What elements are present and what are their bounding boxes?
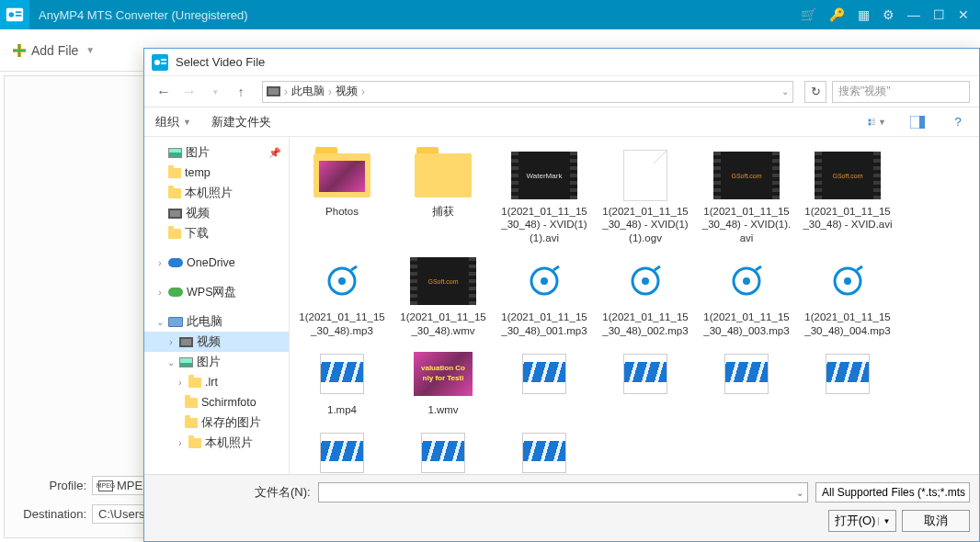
folder-tree: 图片📌 temp 本机照片 视频 下载 ›OneDrive ›WPS网盘 ⌄此电… (144, 137, 290, 474)
titlebar-buttons: 🛒 🔑 ▦ ⚙ — ☐ ✕ (790, 7, 980, 22)
file-name: 1(2021_01_11_15_30_48) - XVID(1)(1).avi (497, 205, 591, 244)
file-thumb: WaterMark (509, 150, 579, 201)
dialog-nav: ← → ▾ ↑ › 此电脑 › 视频 › ⌄ ↻ 搜索"视频" (144, 76, 979, 107)
file-item[interactable]: 1(2021_01_11_15_30_48)_003.mp3 (698, 252, 795, 341)
dialog-bottom: 文件名(N): ⌄ All Supported Files (*.ts;*.mt… (144, 474, 979, 541)
svg-point-23 (541, 277, 548, 285)
file-name: 1(2021_01_11_15_30_48) - XVID(1).avi (700, 205, 793, 244)
file-item[interactable]: GSoft.com1(2021_01_11_15_30_48) - XVID.a… (799, 146, 896, 248)
tree-temp[interactable]: temp (144, 163, 289, 183)
tree-downloads[interactable]: 下载 (144, 223, 289, 243)
file-item[interactable]: 1.mp4 (293, 344, 391, 420)
tree-wps[interactable]: ›WPS网盘 (144, 282, 289, 302)
crumb-pc[interactable]: 此电脑 (291, 84, 325, 99)
cancel-button[interactable]: 取消 (902, 510, 970, 532)
tree-videos[interactable]: 视频 (144, 203, 289, 223)
file-item[interactable] (293, 423, 391, 474)
file-item[interactable] (394, 423, 492, 474)
file-thumb (610, 150, 680, 201)
file-item[interactable]: Photos (293, 146, 391, 248)
nav-recent[interactable]: ▾ (205, 82, 225, 102)
filename-label: 文件名(N): (154, 484, 311, 501)
file-item[interactable] (496, 344, 593, 420)
file-item[interactable] (799, 344, 896, 420)
tree-saved-pics[interactable]: 保存的图片 (144, 412, 289, 433)
new-folder-button[interactable]: 新建文件夹 (211, 114, 271, 130)
file-item[interactable]: 1(2021_01_11_15_30_48)_004.mp3 (799, 252, 896, 341)
organize-button[interactable]: 组织▼ (155, 114, 191, 130)
refresh-button[interactable]: ↻ (804, 81, 826, 103)
tree-local-photos2[interactable]: ›本机照片 (144, 433, 289, 453)
file-item[interactable]: 1(2021_01_11_15_30_48)_001.mp3 (496, 252, 593, 341)
file-item[interactable]: 1(2021_01_11_15_30_48).mp3 (293, 252, 391, 341)
file-item[interactable]: 捕获 (394, 146, 492, 248)
add-file-button[interactable]: Add File ▼ (13, 43, 95, 58)
path-icon (267, 86, 280, 96)
tree-videos-selected[interactable]: ›视频 (144, 332, 289, 352)
file-name: 1(2021_01_11_15_30_48).mp3 (295, 311, 389, 337)
grid-icon[interactable]: ▦ (858, 7, 870, 22)
file-item[interactable] (496, 423, 593, 474)
tree-pictures2[interactable]: ⌄图片 (144, 352, 289, 372)
tree-lrt[interactable]: ›.lrt (144, 372, 289, 392)
file-thumb: GSoft.com (408, 255, 478, 307)
breadcrumb[interactable]: › 此电脑 › 视频 › ⌄ (262, 81, 793, 103)
file-item[interactable]: GSoft.com1(2021_01_11_15_30_48).wmv (394, 252, 492, 341)
svg-rect-7 (13, 50, 26, 51)
tree-pictures[interactable]: 图片📌 (144, 142, 289, 163)
file-thumb (408, 150, 478, 201)
search-input[interactable]: 搜索"视频" (832, 81, 970, 103)
view-mode-button[interactable]: ▼ (867, 113, 887, 131)
file-name: 1.mp4 (325, 403, 359, 416)
file-item[interactable]: GSoft.com1(2021_01_11_15_30_48) - XVID(1… (698, 146, 795, 248)
svg-rect-17 (872, 124, 875, 125)
file-item[interactable]: 1(2021_01_11_15_30_48)_002.mp3 (597, 252, 694, 341)
file-item[interactable]: WaterMark1(2021_01_11_15_30_48) - XVID(1… (496, 146, 593, 248)
settings-icon[interactable]: ⚙ (883, 7, 895, 22)
tree-local-photos[interactable]: 本机照片 (144, 183, 289, 203)
svg-rect-13 (872, 119, 875, 119)
svg-point-29 (844, 277, 851, 285)
file-list[interactable]: Photos捕获WaterMark1(2021_01_11_15_30_48) … (290, 137, 979, 474)
tree-this-pc[interactable]: ⌄此电脑 (144, 311, 289, 332)
file-name: 1(2021_01_11_15_30_48)_003.mp3 (700, 311, 793, 337)
file-thumb (712, 348, 781, 400)
dialog-toolbar: 组织▼ 新建文件夹 ▼ ? (144, 107, 979, 137)
file-thumb (408, 427, 478, 474)
key-icon[interactable]: 🔑 (829, 7, 845, 22)
add-icon (13, 44, 26, 57)
crumb-videos[interactable]: 视频 (336, 84, 358, 99)
destination-label: Destination: (18, 507, 86, 521)
tree-schirmfoto[interactable]: Schirmfoto (144, 392, 289, 412)
maximize-icon[interactable]: ☐ (933, 7, 945, 22)
svg-rect-11 (161, 62, 166, 64)
file-item[interactable]: valuation Conly for Testi1.wmv (394, 344, 492, 420)
nav-up[interactable]: ↑ (231, 82, 251, 102)
main-bottom-panel: Profile: MPEGMPEG Destination: C:\Users\ (18, 476, 158, 524)
help-button[interactable]: ? (948, 113, 968, 131)
svg-rect-3 (16, 15, 21, 17)
filename-input[interactable]: ⌄ (318, 482, 808, 502)
file-thumb (307, 427, 377, 474)
path-dropdown-icon[interactable]: ⌄ (781, 86, 789, 96)
file-thumb: valuation Conly for Testi (408, 348, 478, 400)
nav-forward[interactable]: → (179, 82, 199, 102)
minimize-icon[interactable]: — (907, 7, 920, 22)
pin-icon: 📌 (268, 147, 281, 159)
svg-point-1 (9, 12, 14, 17)
nav-back[interactable]: ← (154, 82, 174, 102)
filetype-filter[interactable]: All Supported Files (*.ts;*.mts (815, 482, 970, 502)
preview-pane-button[interactable] (907, 113, 928, 131)
file-thumb (509, 255, 579, 307)
cart-icon[interactable]: 🛒 (801, 7, 816, 22)
file-item[interactable] (597, 344, 694, 420)
file-thumb: GSoft.com (712, 150, 781, 201)
file-item[interactable] (698, 344, 795, 420)
main-titlebar: AnyMP4 MTS Converter (Unregistered) 🛒 🔑 … (0, 0, 980, 29)
file-thumb (307, 348, 377, 400)
close-icon[interactable]: ✕ (958, 7, 969, 22)
open-button[interactable]: 打开(O)▼ (828, 510, 896, 532)
tree-onedrive[interactable]: ›OneDrive (144, 253, 289, 273)
svg-point-21 (338, 277, 346, 285)
file-item[interactable]: 1(2021_01_11_15_30_48) - XVID(1)(1).ogv (597, 146, 694, 248)
